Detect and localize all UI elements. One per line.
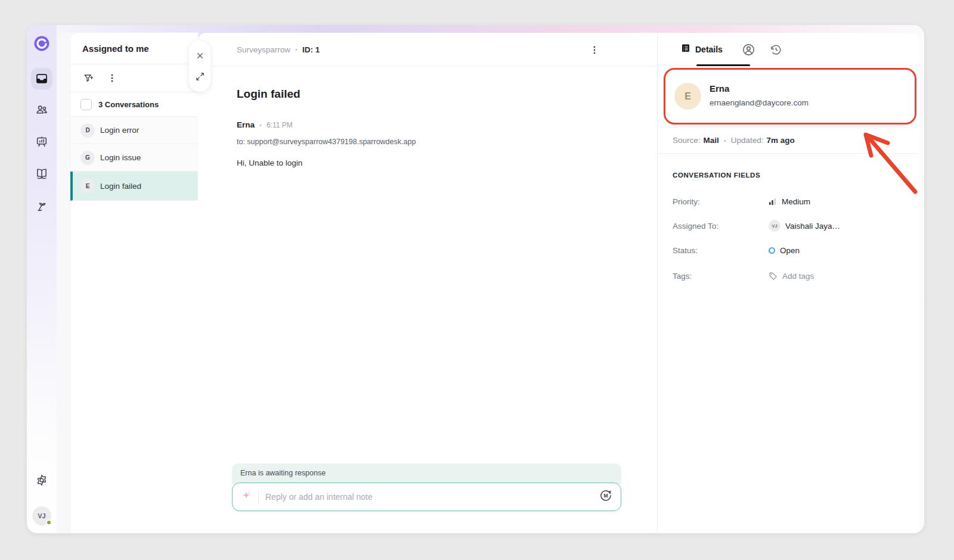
- contact-name: Erna: [710, 83, 729, 94]
- details-panel: Details E Erna ernaengland@daycore.com S…: [657, 33, 919, 533]
- conversation-list-zone: Assigned to me 3 Conversations D Login e…: [57, 33, 198, 533]
- awaiting-response-banner: Erna is awaiting response: [232, 463, 621, 484]
- tag-icon: [769, 272, 778, 281]
- ai-sparkle-icon[interactable]: [241, 490, 252, 503]
- tab-history-icon[interactable]: [769, 42, 783, 57]
- main-card: Surveysparrow • ID: 1 Login failed Erna …: [198, 33, 919, 533]
- contacts-icon[interactable]: [31, 99, 52, 120]
- user-initials: VJ: [38, 512, 45, 519]
- updated-value: 7m ago: [766, 136, 794, 145]
- conversation-item[interactable]: D Login error: [70, 117, 198, 144]
- field-tags: Tags: Add tags: [673, 269, 907, 282]
- list-more-icon[interactable]: [107, 73, 117, 83]
- conversation-avatar: E: [80, 179, 95, 193]
- surveysparrow-logo[interactable]: [33, 35, 51, 52]
- priority-bars-icon: [769, 197, 777, 206]
- conversation-count: 3 Conversations: [98, 100, 159, 109]
- contact-email: ernaengland@daycore.com: [710, 98, 809, 107]
- contact-card[interactable]: E Erna ernaengland@daycore.com: [658, 66, 919, 127]
- reports-icon[interactable]: [31, 131, 52, 153]
- message-body: Hi, Unable to login: [237, 158, 302, 167]
- status-value[interactable]: Open: [769, 246, 800, 255]
- list-header: Assigned to me: [70, 33, 198, 64]
- ticket-id: ID: 1: [302, 45, 320, 54]
- nav-rail: VJ: [27, 25, 57, 533]
- list-title: Assigned to me: [82, 43, 149, 54]
- reply-area: Erna is awaiting response M: [232, 463, 621, 511]
- conversation-count-row: 3 Conversations: [70, 92, 198, 117]
- contact-avatar: E: [674, 83, 701, 110]
- divider: [258, 490, 259, 503]
- receipt-icon: [681, 43, 690, 55]
- fields-section-header: CONVERSATION FIELDS: [673, 172, 760, 179]
- tab-details[interactable]: Details: [681, 33, 723, 66]
- list-toolbar: [70, 64, 198, 92]
- select-all-checkbox[interactable]: [80, 99, 92, 110]
- conversation-meta-row: Source: Mail • Updated: 7m ago: [658, 127, 919, 154]
- ai-rephrase-icon[interactable]: M: [599, 489, 612, 505]
- thread-header: Surveysparrow • ID: 1: [198, 33, 657, 67]
- filter-icon[interactable]: [83, 73, 94, 84]
- source-value: Mail: [704, 136, 719, 145]
- thread-view: Surveysparrow • ID: 1 Login failed Erna …: [198, 33, 657, 533]
- user-avatar[interactable]: VJ: [32, 506, 51, 525]
- tab-contact-icon[interactable]: [741, 42, 755, 57]
- settings-gear-icon[interactable]: [31, 469, 52, 491]
- priority-value[interactable]: Medium: [769, 197, 810, 206]
- conversation-list-panel: Assigned to me 3 Conversations D Login e…: [70, 33, 198, 533]
- message-recipient: to: support@surveysparrow4379198.sparrow…: [237, 138, 416, 146]
- message-time: 6:11 PM: [267, 121, 293, 129]
- field-assigned-to: Assigned To: VJ Vaishali Jaya…: [673, 219, 907, 232]
- message-author: Erna: [237, 120, 255, 129]
- knowledge-base-icon[interactable]: [31, 163, 52, 184]
- add-tags-button[interactable]: Add tags: [769, 272, 814, 281]
- assignee-avatar: VJ: [769, 220, 780, 232]
- inbox-icon[interactable]: [31, 68, 52, 89]
- source-app-label: Surveysparrow: [237, 45, 290, 54]
- expand-icon[interactable]: [195, 71, 205, 82]
- message-meta: Erna • 6:11 PM: [237, 120, 293, 129]
- status-open-icon: [769, 247, 775, 254]
- online-status-dot: [46, 519, 52, 525]
- conversation-item-selected[interactable]: E Login failed: [70, 172, 198, 201]
- thread-more-icon[interactable]: [586, 41, 603, 59]
- assignee-value[interactable]: VJ Vaishali Jaya…: [769, 220, 840, 232]
- conversation-avatar: D: [80, 123, 95, 138]
- thread-subject: Login failed: [237, 88, 301, 101]
- reply-composer[interactable]: M: [232, 483, 621, 511]
- svg-text:M: M: [603, 493, 608, 499]
- conversation-avatar: G: [80, 151, 95, 165]
- close-icon[interactable]: [195, 51, 205, 61]
- panel-tabs: Details: [658, 33, 919, 66]
- field-status: Status: Open: [673, 244, 907, 257]
- field-priority: Priority: Medium: [673, 195, 907, 208]
- conversation-item[interactable]: G Login issue: [70, 144, 198, 172]
- automation-icon[interactable]: [31, 195, 52, 216]
- panel-controls-pill: [189, 41, 210, 92]
- app-window: VJ Assigned to me 3 Conversations: [27, 25, 924, 533]
- reply-input[interactable]: [265, 492, 593, 502]
